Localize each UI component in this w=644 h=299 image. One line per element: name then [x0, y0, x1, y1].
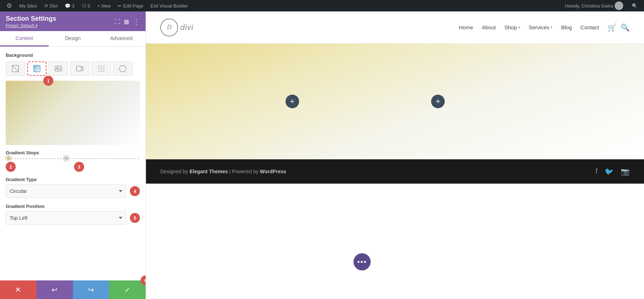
gradient-position-wrap: Top Left Top Center Top Right Center Lef… — [6, 211, 140, 225]
menu-item-shop[interactable]: Shop ▾ — [504, 24, 520, 30]
step-4-badge: 4 — [130, 186, 140, 196]
gradient-stop-mid[interactable] — [63, 155, 69, 161]
menu-icons: 🛒 🔍 — [608, 23, 630, 32]
svg-rect-11 — [103, 68, 104, 69]
gradient-stop-left[interactable] — [6, 155, 11, 161]
background-type-row — [6, 61, 140, 76]
panel-title: Section Settings — [6, 15, 56, 23]
save-button[interactable]: ✓ 6 — [109, 280, 146, 299]
bg-type-gradient-button[interactable] — [27, 61, 47, 76]
exit-builder-button[interactable]: Exit Visual Builder — [148, 0, 191, 11]
search-admin-icon: 🔍 — [632, 3, 638, 9]
gradient-position-field: Gradient Position Top Left Top Center To… — [6, 204, 140, 225]
background-preview — [6, 81, 140, 145]
preset-label[interactable]: Preset: Default ▾ — [6, 23, 38, 28]
comments-count: 3 — [72, 3, 74, 9]
panel-header-icons: ⛶ ▦ ⋮ — [114, 18, 140, 26]
gradient-type-label: Gradient Type — [6, 177, 140, 182]
panel-content: Background — [0, 47, 146, 280]
columns-icon[interactable]: ▦ — [124, 18, 129, 25]
search-nav-icon[interactable]: 🔍 — [621, 23, 630, 32]
divi-icon: ⟳ — [44, 3, 48, 9]
footer-social: f 🐦 📷 — [595, 167, 630, 176]
new-label: + New — [97, 3, 111, 9]
search-admin-button[interactable]: 🔍 — [629, 3, 640, 9]
floating-dots-menu-button[interactable]: ••• — [353, 253, 371, 270]
bg-type-mask-button[interactable] — [113, 61, 132, 76]
svg-rect-10 — [101, 68, 102, 69]
gradient-stops-track[interactable] — [6, 158, 140, 159]
add-column-right-button[interactable]: + — [431, 95, 445, 108]
main-layout: Section Settings Preset: Default ▾ ⛶ ▦ ⋮… — [0, 11, 644, 299]
menu-item-contact[interactable]: Contact — [580, 24, 599, 30]
wordpress-label: WordPress — [260, 169, 286, 174]
tab-advanced[interactable]: Advanced — [97, 31, 146, 46]
cart-icon[interactable]: 🛒 — [608, 23, 616, 32]
svg-rect-6 — [98, 65, 99, 67]
menu-item-home[interactable]: Home — [459, 24, 473, 30]
gradient-position-select[interactable]: Top Left Top Center Top Right Center Lef… — [6, 211, 126, 225]
step-2-badge: 2 — [6, 162, 16, 172]
more-icon[interactable]: ⋮ — [133, 18, 140, 26]
new-button[interactable]: + New — [94, 0, 113, 11]
edit-page-button[interactable]: ✏ Edit Page — [115, 0, 146, 11]
svg-rect-9 — [98, 68, 99, 69]
twitter-icon[interactable]: 🐦 — [605, 167, 614, 176]
gradient-position-label: Gradient Position — [6, 204, 140, 209]
menu-item-about[interactable]: About — [482, 24, 496, 30]
site-footer: Designed by Elegant Themes | Powered by … — [146, 159, 644, 184]
dots-icon: ••• — [357, 258, 367, 266]
white-content-area: ••• — [146, 184, 644, 299]
add-column-left-button[interactable]: + — [286, 95, 299, 108]
user-menu-button[interactable]: Howdy, Christina Gwira — [562, 1, 626, 10]
user-avatar — [615, 1, 623, 10]
instagram-icon[interactable]: 📷 — [621, 167, 630, 176]
section-gradient-area: + + — [146, 44, 644, 159]
bg-type-image-button[interactable] — [49, 61, 68, 76]
step-3-badge: 3 — [74, 162, 84, 172]
powered-by-label: | Powered by — [228, 169, 260, 174]
panel-tabs: Content Design Advanced — [0, 31, 146, 47]
comments-button[interactable]: 💬 3 — [62, 0, 77, 11]
comments-icon: 💬 — [65, 3, 70, 9]
divi-button[interactable]: ⟳ Divi — [42, 0, 60, 11]
cancel-button[interactable]: ✕ — [0, 280, 36, 299]
tab-content[interactable]: Content — [0, 31, 49, 46]
facebook-icon[interactable]: f — [595, 167, 597, 176]
user-label: Howdy, Christina Gwira — [565, 3, 613, 9]
svg-line-0 — [12, 65, 19, 72]
designed-by-label: Designed by — [160, 169, 190, 174]
undo-button[interactable]: ↩ — [36, 280, 73, 299]
divi-label: Divi — [50, 3, 58, 9]
stops-badges-row: 2 3 — [6, 162, 140, 172]
bg-type-video-button[interactable] — [70, 61, 89, 76]
edit-icon: ✏ — [118, 3, 122, 9]
panel-header: Section Settings Preset: Default ▾ ⛶ ▦ ⋮ — [0, 11, 146, 31]
svg-rect-13 — [101, 70, 102, 72]
site-logo: D divi — [160, 19, 194, 36]
gradient-type-select[interactable]: Circular Linear Conic — [6, 184, 126, 198]
svg-rect-2 — [34, 65, 40, 72]
my-sites-label: My Sites — [19, 3, 37, 9]
panel-preset: Preset: Default ▾ — [6, 23, 56, 28]
bg-type-pattern-button[interactable] — [92, 61, 111, 76]
footer-text: Designed by Elegant Themes | Powered by … — [160, 169, 286, 174]
menu-item-services[interactable]: Services ▾ — [529, 24, 553, 30]
svg-rect-14 — [103, 70, 104, 72]
wp-logo-button[interactable]: ⚙ — [4, 0, 15, 11]
my-sites-button[interactable]: My Sites — [16, 0, 40, 11]
bg-type-none-button[interactable] — [6, 61, 25, 76]
logo-text: divi — [180, 23, 194, 32]
comment-count-button[interactable]: 🗨 0 — [79, 0, 93, 11]
site-preview: D divi Home About Shop ▾ Services ▾ — [146, 11, 644, 299]
svg-rect-7 — [101, 65, 102, 67]
wp-logo-icon: ⚙ — [6, 2, 12, 10]
comment-count-label: 0 — [88, 3, 90, 9]
redo-button[interactable]: ↪ — [73, 280, 109, 299]
fullscreen-icon[interactable]: ⛶ — [114, 19, 120, 25]
menu-item-blog[interactable]: Blog — [561, 24, 572, 30]
logo-letter: D — [167, 24, 172, 31]
tab-design[interactable]: Design — [49, 31, 97, 46]
wp-admin-bar: ⚙ My Sites ⟳ Divi 💬 3 🗨 0 + New ✏ Edit P… — [0, 0, 644, 11]
gradient-stops-label: Gradient Stops — [6, 150, 140, 155]
